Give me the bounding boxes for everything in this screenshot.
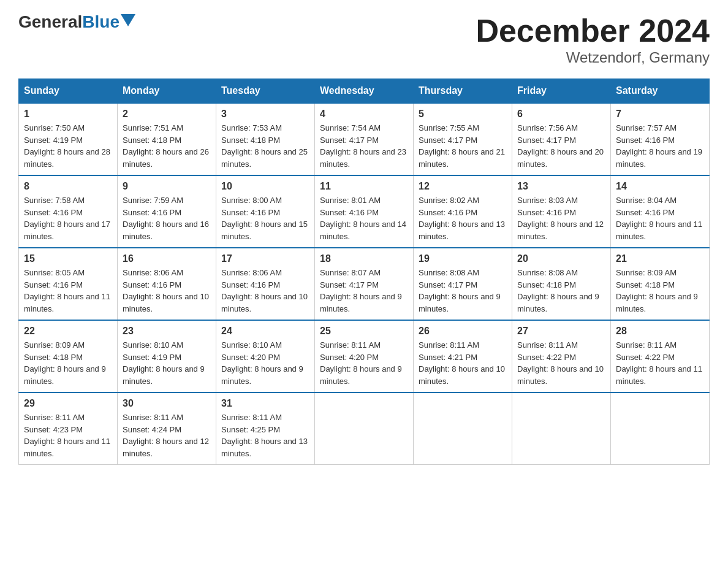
calendar-cell: 9Sunrise: 7:59 AMSunset: 4:16 PMDaylight… [118,175,216,248]
day-number: 5 [419,109,507,120]
logo-text: General Blue [18,12,135,32]
day-number: 8 [24,181,112,192]
day-info: Sunrise: 8:08 AMSunset: 4:17 PMDaylight:… [419,267,507,315]
calendar-week-row: 8Sunrise: 7:58 AMSunset: 4:16 PMDaylight… [19,175,710,248]
day-info: Sunrise: 7:50 AMSunset: 4:19 PMDaylight:… [24,122,112,170]
day-info: Sunrise: 8:03 AMSunset: 4:16 PMDaylight:… [517,194,605,242]
day-number: 11 [320,181,408,192]
calendar-cell: 3Sunrise: 7:53 AMSunset: 4:18 PMDaylight… [216,103,315,175]
day-info: Sunrise: 8:11 AMSunset: 4:21 PMDaylight:… [419,339,507,387]
calendar-week-row: 1Sunrise: 7:50 AMSunset: 4:19 PMDaylight… [19,103,710,175]
calendar-week-row: 15Sunrise: 8:05 AMSunset: 4:16 PMDayligh… [19,248,710,320]
page-header: General Blue December 2024 Wetzendorf, G… [18,12,710,66]
calendar-cell: 12Sunrise: 8:02 AMSunset: 4:16 PMDayligh… [414,175,512,248]
day-number: 18 [320,253,408,264]
day-number: 9 [123,181,211,192]
calendar-cell: 16Sunrise: 8:06 AMSunset: 4:16 PMDayligh… [118,248,216,320]
day-info: Sunrise: 8:11 AMSunset: 4:20 PMDaylight:… [320,339,408,387]
title-area: December 2024 Wetzendorf, Germany [476,12,710,66]
logo-blue-text: Blue [82,12,119,32]
day-info: Sunrise: 8:08 AMSunset: 4:18 PMDaylight:… [517,267,605,315]
day-number: 15 [24,253,112,264]
calendar-cell: 19Sunrise: 8:08 AMSunset: 4:17 PMDayligh… [414,248,512,320]
day-info: Sunrise: 8:09 AMSunset: 4:18 PMDaylight:… [616,267,704,315]
day-info: Sunrise: 7:57 AMSunset: 4:16 PMDaylight:… [616,122,704,170]
day-info: Sunrise: 8:06 AMSunset: 4:16 PMDaylight:… [123,267,211,315]
day-info: Sunrise: 8:11 AMSunset: 4:22 PMDaylight:… [517,339,605,387]
day-info: Sunrise: 8:11 AMSunset: 4:23 PMDaylight:… [24,412,112,459]
day-number: 12 [419,181,507,192]
calendar-week-row: 22Sunrise: 8:09 AMSunset: 4:18 PMDayligh… [19,320,710,393]
logo-general-text: General [18,12,82,32]
day-info: Sunrise: 7:55 AMSunset: 4:17 PMDaylight:… [419,122,507,170]
calendar-cell: 27Sunrise: 8:11 AMSunset: 4:22 PMDayligh… [512,320,611,393]
day-number: 24 [221,326,309,337]
day-info: Sunrise: 7:54 AMSunset: 4:17 PMDaylight:… [320,122,408,170]
day-number: 6 [517,109,605,120]
day-info: Sunrise: 7:59 AMSunset: 4:16 PMDaylight:… [123,194,211,242]
calendar-day-header: Thursday [414,79,512,104]
day-number: 23 [123,326,211,337]
day-number: 17 [221,253,309,264]
calendar-cell: 15Sunrise: 8:05 AMSunset: 4:16 PMDayligh… [19,248,118,320]
day-info: Sunrise: 8:11 AMSunset: 4:25 PMDaylight:… [221,412,309,459]
calendar-cell: 28Sunrise: 8:11 AMSunset: 4:22 PMDayligh… [611,320,710,393]
day-info: Sunrise: 8:10 AMSunset: 4:19 PMDaylight:… [123,339,211,387]
calendar-cell: 31Sunrise: 8:11 AMSunset: 4:25 PMDayligh… [216,393,315,465]
day-number: 29 [24,398,112,409]
calendar-day-header: Tuesday [216,79,315,104]
logo-blue-part: Blue [82,12,135,32]
calendar-cell: 18Sunrise: 8:07 AMSunset: 4:17 PMDayligh… [315,248,414,320]
day-info: Sunrise: 8:11 AMSunset: 4:24 PMDaylight:… [123,412,211,459]
calendar-day-header: Friday [512,79,611,104]
day-number: 26 [419,326,507,337]
day-info: Sunrise: 8:05 AMSunset: 4:16 PMDaylight:… [24,267,112,315]
calendar-cell [611,393,710,465]
day-number: 25 [320,326,408,337]
calendar-cell: 29Sunrise: 8:11 AMSunset: 4:23 PMDayligh… [19,393,118,465]
calendar-cell: 26Sunrise: 8:11 AMSunset: 4:21 PMDayligh… [414,320,512,393]
day-info: Sunrise: 7:56 AMSunset: 4:17 PMDaylight:… [517,122,605,170]
day-info: Sunrise: 8:04 AMSunset: 4:16 PMDaylight:… [616,194,704,242]
logo: General Blue [18,12,135,32]
calendar-cell: 11Sunrise: 8:01 AMSunset: 4:16 PMDayligh… [315,175,414,248]
calendar-cell: 30Sunrise: 8:11 AMSunset: 4:24 PMDayligh… [118,393,216,465]
calendar-cell [512,393,611,465]
calendar-cell: 5Sunrise: 7:55 AMSunset: 4:17 PMDaylight… [414,103,512,175]
calendar-cell [315,393,414,465]
day-info: Sunrise: 7:53 AMSunset: 4:18 PMDaylight:… [221,122,309,170]
calendar-cell: 21Sunrise: 8:09 AMSunset: 4:18 PMDayligh… [611,248,710,320]
calendar-cell: 4Sunrise: 7:54 AMSunset: 4:17 PMDaylight… [315,103,414,175]
day-info: Sunrise: 7:58 AMSunset: 4:16 PMDaylight:… [24,194,112,242]
day-number: 13 [517,181,605,192]
day-number: 10 [221,181,309,192]
day-number: 30 [123,398,211,409]
day-info: Sunrise: 8:01 AMSunset: 4:16 PMDaylight:… [320,194,408,242]
calendar-cell: 10Sunrise: 8:00 AMSunset: 4:16 PMDayligh… [216,175,315,248]
day-number: 19 [419,253,507,264]
calendar-table: SundayMondayTuesdayWednesdayThursdayFrid… [18,79,710,465]
calendar-cell: 17Sunrise: 8:06 AMSunset: 4:16 PMDayligh… [216,248,315,320]
day-number: 7 [616,109,704,120]
day-number: 2 [123,109,211,120]
day-number: 21 [616,253,704,264]
day-info: Sunrise: 7:51 AMSunset: 4:18 PMDaylight:… [123,122,211,170]
calendar-cell: 2Sunrise: 7:51 AMSunset: 4:18 PMDaylight… [118,103,216,175]
calendar-cell: 23Sunrise: 8:10 AMSunset: 4:19 PMDayligh… [118,320,216,393]
day-number: 14 [616,181,704,192]
calendar-day-header: Wednesday [315,79,414,104]
calendar-header-row: SundayMondayTuesdayWednesdayThursdayFrid… [19,79,710,104]
day-info: Sunrise: 8:07 AMSunset: 4:17 PMDaylight:… [320,267,408,315]
calendar-week-row: 29Sunrise: 8:11 AMSunset: 4:23 PMDayligh… [19,393,710,465]
calendar-day-header: Saturday [611,79,710,104]
page-subtitle: Wetzendorf, Germany [476,49,710,66]
calendar-day-header: Sunday [19,79,118,104]
day-number: 16 [123,253,211,264]
day-number: 27 [517,326,605,337]
page-title: December 2024 [476,12,710,49]
calendar-cell: 1Sunrise: 7:50 AMSunset: 4:19 PMDaylight… [19,103,118,175]
calendar-cell: 14Sunrise: 8:04 AMSunset: 4:16 PMDayligh… [611,175,710,248]
day-number: 22 [24,326,112,337]
calendar-cell: 7Sunrise: 7:57 AMSunset: 4:16 PMDaylight… [611,103,710,175]
calendar-cell: 13Sunrise: 8:03 AMSunset: 4:16 PMDayligh… [512,175,611,248]
